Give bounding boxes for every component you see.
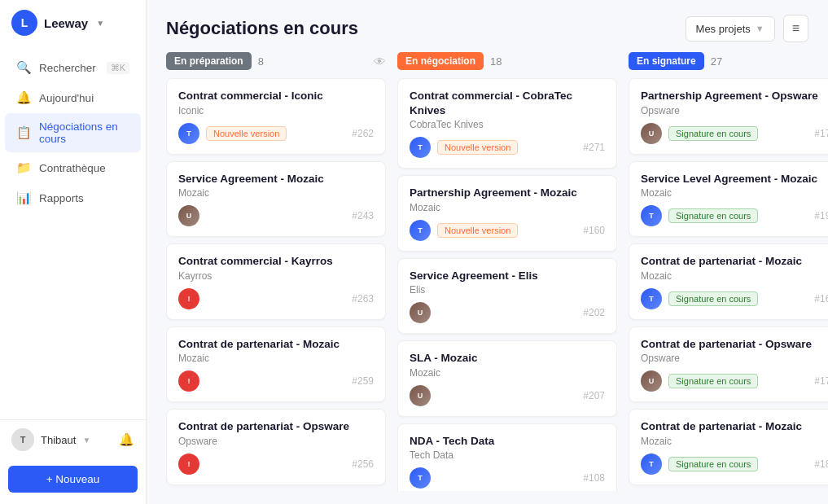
user-name: Thibaut bbox=[41, 434, 76, 446]
card-title: Contrat de partenariat - Mozaic bbox=[641, 254, 828, 269]
search-icon: 🔍 bbox=[16, 60, 31, 75]
status-badge: Nouvelle version bbox=[206, 126, 287, 141]
card-company: Mozaic bbox=[410, 202, 605, 213]
clipboard-icon: 📋 bbox=[16, 125, 31, 140]
column-header-signature: En signature27 bbox=[629, 52, 828, 70]
bell-nav-icon: 🔔 bbox=[16, 90, 31, 105]
card-title: Contrat commercial - CobraTec Knives bbox=[410, 89, 605, 117]
column-badge-negociation: En négociation bbox=[397, 52, 484, 70]
eye-icon[interactable]: 👁 bbox=[374, 55, 386, 68]
avatar: T bbox=[410, 137, 431, 158]
card-footer: !#259 bbox=[178, 370, 374, 392]
column-header-preparation: En préparation8👁 bbox=[166, 52, 386, 70]
table-row[interactable]: SLA - MozaicMozaicU#207 bbox=[397, 340, 617, 417]
table-row[interactable]: Contrat commercial - KayrrosKayrros!#263 bbox=[166, 243, 386, 320]
sidebar-label-negociations: Négociations en cours bbox=[39, 121, 129, 145]
card-company: Mozaic bbox=[410, 367, 605, 379]
search-shortcut: ⌘K bbox=[107, 62, 129, 74]
table-row[interactable]: Service Agreement - ElisElisU#202 bbox=[397, 258, 617, 335]
user-chevron: ▼ bbox=[82, 436, 90, 445]
sidebar-label-contratheque: Contrathèque bbox=[39, 162, 106, 174]
card-number: #198 bbox=[814, 210, 828, 221]
card-footer: TSignature en cours#163 bbox=[641, 288, 828, 309]
sidebar-item-search[interactable]: 🔍 Rechercher ⌘K bbox=[5, 53, 141, 82]
card-company: CobraTec Knives bbox=[410, 119, 605, 130]
table-row[interactable]: Contrat de partenariat - MozaicMozaic!#2… bbox=[166, 327, 386, 403]
avatar: T bbox=[11, 428, 34, 451]
cards-list-negociation: Contrat commercial - CobraTec KnivesCobr… bbox=[397, 78, 617, 491]
table-row[interactable]: Contrat de partenariat - OpswareOpswareU… bbox=[629, 327, 828, 403]
project-selector[interactable]: Mes projets ▼ bbox=[686, 16, 775, 42]
card-company: Kayrros bbox=[178, 270, 374, 282]
column-badge-signature: En signature bbox=[629, 52, 704, 70]
table-row[interactable]: Partnership Agreement - MozaicMozaicTNou… bbox=[397, 175, 617, 252]
status-badge: Nouvelle version bbox=[437, 140, 518, 155]
card-footer: U#202 bbox=[410, 302, 605, 323]
table-row[interactable]: Contrat commercial - CobraTec KnivesCobr… bbox=[397, 78, 617, 169]
card-number: #207 bbox=[583, 390, 605, 401]
card-number: #256 bbox=[352, 458, 374, 470]
status-badge: Signature en cours bbox=[668, 457, 758, 471]
status-badge: Signature en cours bbox=[668, 291, 758, 306]
avatar: U bbox=[178, 205, 199, 226]
card-title: Contrat de partenariat - Opsware bbox=[178, 419, 374, 434]
layout-toggle-button[interactable]: ≡ bbox=[783, 15, 808, 42]
chart-icon: 📊 bbox=[16, 191, 31, 205]
card-title: Contrat de partenariat - Mozaic bbox=[641, 419, 828, 434]
avatar: U bbox=[641, 370, 662, 392]
sidebar-item-contratheque[interactable]: 📁 Contrathèque bbox=[5, 153, 141, 182]
status-badge: Signature en cours bbox=[668, 126, 758, 141]
project-selector-chevron: ▼ bbox=[756, 24, 764, 33]
card-number: #243 bbox=[352, 210, 374, 221]
card-footer: TNouvelle version#262 bbox=[178, 123, 374, 144]
card-footer: USignature en cours#179 bbox=[641, 123, 828, 144]
avatar: T bbox=[410, 467, 431, 489]
card-number: #271 bbox=[583, 142, 605, 153]
notification-bell-icon[interactable]: 🔔 bbox=[119, 432, 134, 447]
card-company: Mozaic bbox=[641, 270, 828, 282]
sidebar-item-today[interactable]: 🔔 Aujourd'hui bbox=[5, 83, 141, 112]
table-row[interactable]: NDA - Tech DataTech DataT#108 bbox=[397, 423, 617, 491]
table-row[interactable]: Contrat de partenariat - OpswareOpsware!… bbox=[166, 409, 386, 485]
page-header: Négociations en cours Mes projets ▼ ≡ bbox=[147, 0, 828, 52]
card-footer: !#263 bbox=[178, 288, 374, 309]
card-number: #170 bbox=[814, 375, 828, 387]
sidebar-item-negociations[interactable]: 📋 Négociations en cours bbox=[5, 113, 141, 152]
card-number: #262 bbox=[352, 128, 374, 139]
grid-icon: ≡ bbox=[792, 21, 800, 36]
logo[interactable]: L Leeway ▼ bbox=[0, 0, 146, 46]
table-row[interactable]: Service Level Agreement - MozaicMozaicTS… bbox=[629, 161, 828, 238]
table-row[interactable]: Contrat de partenariat - MozaicMozaicTSi… bbox=[629, 409, 828, 485]
card-title: Partnership Agreement - Opsware bbox=[641, 89, 828, 103]
logo-chevron: ▼ bbox=[96, 19, 104, 28]
status-badge: Signature en cours bbox=[668, 208, 758, 223]
table-row[interactable]: Contrat commercial - IconicIconicTNouvel… bbox=[166, 78, 386, 155]
avatar: U bbox=[410, 302, 431, 323]
card-company: Elis bbox=[410, 284, 605, 296]
card-footer: T#108 bbox=[410, 467, 605, 489]
table-row[interactable]: Partnership Agreement - OpswareOpswareUS… bbox=[629, 78, 828, 155]
new-button[interactable]: + Nouveau bbox=[8, 466, 138, 493]
avatar: T bbox=[641, 205, 662, 226]
sidebar: L Leeway ▼ 🔍 Rechercher ⌘K 🔔 Aujourd'hui… bbox=[0, 0, 147, 504]
card-number: #259 bbox=[352, 375, 374, 387]
card-number: #108 bbox=[583, 472, 605, 484]
sidebar-item-rapports[interactable]: 📊 Rapports bbox=[5, 183, 141, 213]
cards-list-preparation: Contrat commercial - IconicIconicTNouvel… bbox=[166, 78, 386, 491]
avatar: U bbox=[641, 123, 662, 144]
card-company: Tech Data bbox=[410, 449, 605, 461]
sidebar-bottom: T Thibaut ▼ 🔔 bbox=[0, 419, 146, 459]
card-number: #179 bbox=[814, 128, 828, 139]
header-controls: Mes projets ▼ ≡ bbox=[686, 15, 808, 42]
card-title: SLA - Mozaic bbox=[410, 351, 605, 366]
column-count-preparation: 8 bbox=[258, 55, 264, 68]
kanban-board: En préparation8👁Contrat commercial - Ico… bbox=[147, 52, 828, 504]
card-company: Mozaic bbox=[178, 187, 374, 199]
user-profile[interactable]: T Thibaut ▼ bbox=[11, 428, 90, 451]
card-number: #202 bbox=[583, 307, 605, 318]
table-row[interactable]: Service Agreement - MozaicMozaicU#243 bbox=[166, 161, 386, 238]
card-footer: TNouvelle version#271 bbox=[410, 137, 605, 158]
avatar: ! bbox=[178, 454, 199, 475]
card-footer: USignature en cours#170 bbox=[641, 370, 828, 392]
table-row[interactable]: Contrat de partenariat - MozaicMozaicTSi… bbox=[629, 243, 828, 320]
